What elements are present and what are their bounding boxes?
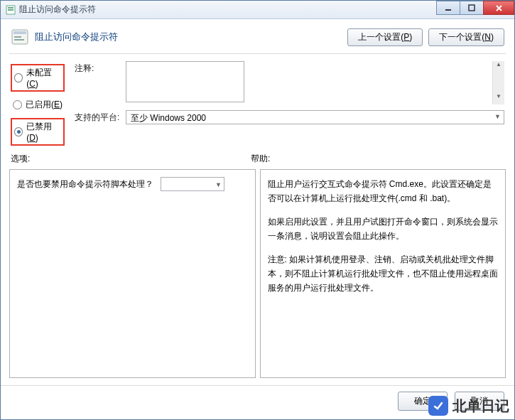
panels: 是否也要禁用命令提示符脚本处理？ 阻止用户运行交互式命令提示符 Cmd.exe。… [1, 168, 514, 385]
radio-disabled-label: 已禁用(D) [26, 121, 61, 143]
footer: 确定 取消 [1, 385, 514, 419]
options-panel: 是否也要禁用命令提示符脚本处理？ [9, 169, 256, 378]
options-heading: 选项: [11, 153, 251, 165]
svg-rect-8 [14, 39, 24, 41]
option-question: 是否也要禁用命令提示符脚本处理？ [17, 177, 153, 191]
radio-disabled[interactable]: 已禁用(D) [11, 118, 65, 146]
radio-not-configured[interactable]: 未配置(C) [11, 64, 65, 92]
supported-value: 至少 Windows 2000 [131, 113, 206, 123]
radio-disabled-input[interactable] [14, 127, 23, 136]
radio-enabled-input[interactable] [13, 100, 22, 109]
config-area: 未配置(C) 已启用(E) 已禁用(D) 注释: ▲▼ 支持的平台: 至少 [1, 58, 514, 146]
svg-rect-4 [469, 5, 475, 11]
help-heading: 帮助: [251, 153, 270, 165]
window-controls [437, 1, 514, 15]
supported-label: 支持的平台: [75, 110, 120, 124]
header-row: 阻止访问命令提示符 上一个设置(P) 下一个设置(N) [1, 19, 514, 53]
prev-setting-button[interactable]: 上一个设置(P) [347, 28, 423, 46]
radio-not-configured-label: 未配置(C) [26, 67, 61, 89]
radio-enabled[interactable]: 已启用(E) [11, 97, 65, 112]
radio-group: 未配置(C) 已启用(E) 已禁用(D) [11, 61, 65, 146]
policy-icon [11, 28, 29, 46]
scrollbar[interactable]: ▲▼ [492, 61, 504, 104]
svg-rect-1 [8, 7, 13, 9]
radio-enabled-label: 已启用(E) [26, 99, 63, 111]
svg-rect-7 [14, 36, 21, 38]
dialog-window: 阻止访问命令提示符 阻止访问命令提示符 上一个设置(P) 下一个设置(N) 未配… [0, 0, 515, 420]
minimize-button[interactable] [436, 1, 460, 15]
help-panel: 阻止用户运行交互式命令提示符 Cmd.exe。此设置还确定是否可以在计算机上运行… [260, 169, 506, 378]
titlebar[interactable]: 阻止访问命令提示符 [1, 1, 514, 19]
comment-label: 注释: [75, 61, 120, 104]
svg-rect-6 [13, 31, 26, 34]
comment-textarea[interactable] [126, 61, 244, 102]
next-setting-button[interactable]: 下一个设置(N) [428, 28, 504, 46]
policy-name: 阻止访问命令提示符 [35, 31, 342, 43]
help-p3: 注意: 如果计算机使用登录、注销、启动或关机批处理文件脚本，则不阻止计算机运行批… [268, 252, 499, 296]
maximize-button[interactable] [460, 1, 484, 15]
divider [9, 53, 506, 54]
help-p1: 阻止用户运行交互式命令提示符 Cmd.exe。此设置还确定是否可以在计算机上运行… [268, 177, 499, 206]
cancel-button[interactable]: 取消 [455, 392, 504, 411]
ok-button[interactable]: 确定 [398, 392, 448, 411]
radio-not-configured-input[interactable] [14, 73, 23, 82]
help-p2: 如果启用此设置，并且用户试图打开命令窗口，则系统会显示一条消息，说明设置会阻止此… [268, 215, 499, 244]
close-button[interactable] [483, 1, 514, 15]
option-select[interactable] [161, 177, 224, 191]
supported-select[interactable]: 至少 Windows 2000 [126, 110, 504, 124]
policy-icon-small [5, 4, 16, 16]
svg-rect-2 [8, 9, 13, 11]
svg-rect-3 [445, 9, 451, 11]
